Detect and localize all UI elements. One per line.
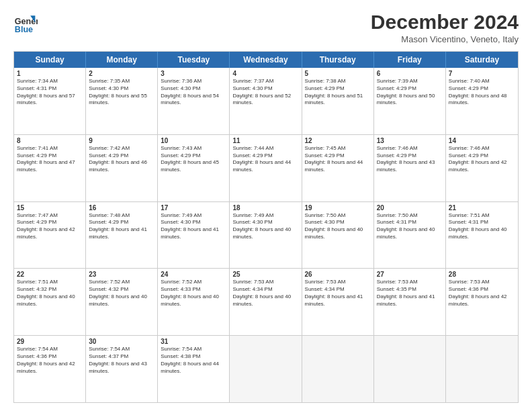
table-row: 30Sunrise: 7:54 AMSunset: 4:37 PMDayligh… [86, 336, 158, 402]
logo-icon: General Blue [13, 11, 38, 35]
day-info: Sunrise: 7:48 AMSunset: 4:29 PMDaylight:… [89, 212, 154, 241]
day-info: Sunrise: 7:50 AMSunset: 4:30 PMDaylight:… [305, 212, 371, 241]
day-number: 20 [377, 204, 443, 212]
day-number: 15 [17, 204, 83, 212]
day-number: 19 [305, 204, 371, 212]
day-info: Sunrise: 7:35 AMSunset: 4:30 PMDaylight:… [89, 78, 154, 107]
header: General Blue December 2024 Mason Vicenti… [13, 11, 519, 44]
table-row: 17Sunrise: 7:49 AMSunset: 4:30 PMDayligh… [158, 202, 230, 269]
table-row: 7Sunrise: 7:40 AMSunset: 4:29 PMDaylight… [446, 68, 518, 134]
table-row: 5Sunrise: 7:38 AMSunset: 4:29 PMDaylight… [302, 68, 374, 134]
table-row: 9Sunrise: 7:42 AMSunset: 4:29 PMDaylight… [86, 135, 158, 201]
day-info: Sunrise: 7:54 AMSunset: 4:37 PMDaylight:… [89, 346, 154, 375]
day-number: 8 [17, 137, 83, 144]
day-info: Sunrise: 7:39 AMSunset: 4:29 PMDaylight:… [377, 78, 443, 107]
table-row: 31Sunrise: 7:54 AMSunset: 4:38 PMDayligh… [158, 336, 230, 402]
day-info: Sunrise: 7:46 AMSunset: 4:29 PMDaylight:… [377, 145, 443, 174]
day-number: 18 [232, 204, 298, 212]
day-info: Sunrise: 7:52 AMSunset: 4:33 PMDaylight:… [161, 279, 226, 308]
day-header-wednesday: Wednesday [230, 52, 302, 68]
day-info: Sunrise: 7:53 AMSunset: 4:36 PMDaylight:… [449, 279, 515, 308]
day-info: Sunrise: 7:53 AMSunset: 4:35 PMDaylight:… [377, 279, 443, 308]
day-info: Sunrise: 7:52 AMSunset: 4:32 PMDaylight:… [89, 279, 154, 308]
day-number: 12 [305, 137, 371, 144]
svg-text:Blue: Blue [15, 25, 33, 34]
day-info: Sunrise: 7:46 AMSunset: 4:29 PMDaylight:… [449, 145, 515, 174]
day-header-friday: Friday [374, 52, 446, 68]
day-number: 6 [377, 70, 443, 77]
day-number: 25 [232, 271, 298, 278]
table-row: 13Sunrise: 7:46 AMSunset: 4:29 PMDayligh… [374, 135, 446, 201]
calendar-header: SundayMondayTuesdayWednesdayThursdayFrid… [14, 52, 518, 68]
day-header-tuesday: Tuesday [158, 52, 230, 68]
day-number: 2 [89, 70, 154, 77]
day-info: Sunrise: 7:50 AMSunset: 4:31 PMDaylight:… [377, 212, 443, 241]
day-info: Sunrise: 7:36 AMSunset: 4:30 PMDaylight:… [161, 78, 226, 107]
week-row-1: 1Sunrise: 7:34 AMSunset: 4:31 PMDaylight… [14, 68, 518, 135]
day-number: 28 [449, 271, 515, 278]
day-number: 17 [161, 204, 226, 212]
table-row: 4Sunrise: 7:37 AMSunset: 4:30 PMDaylight… [230, 68, 302, 134]
table-row: 18Sunrise: 7:49 AMSunset: 4:30 PMDayligh… [230, 202, 302, 269]
day-number: 21 [449, 204, 515, 212]
table-row: 8Sunrise: 7:41 AMSunset: 4:29 PMDaylight… [14, 135, 86, 201]
title-block: December 2024 Mason Vicentino, Veneto, I… [371, 11, 519, 44]
week-row-3: 15Sunrise: 7:47 AMSunset: 4:29 PMDayligh… [14, 202, 518, 269]
day-info: Sunrise: 7:43 AMSunset: 4:29 PMDaylight:… [161, 145, 226, 174]
day-number: 11 [232, 137, 298, 144]
day-info: Sunrise: 7:37 AMSunset: 4:30 PMDaylight:… [232, 78, 298, 107]
day-number: 22 [17, 271, 83, 278]
month-title: December 2024 [371, 11, 519, 33]
day-info: Sunrise: 7:40 AMSunset: 4:29 PMDaylight:… [449, 78, 515, 107]
day-number: 23 [89, 271, 154, 278]
week-row-5: 29Sunrise: 7:54 AMSunset: 4:36 PMDayligh… [14, 336, 518, 402]
table-row: 20Sunrise: 7:50 AMSunset: 4:31 PMDayligh… [374, 202, 446, 269]
table-row: 16Sunrise: 7:48 AMSunset: 4:29 PMDayligh… [86, 202, 158, 269]
table-row [230, 336, 302, 402]
calendar-body: 1Sunrise: 7:34 AMSunset: 4:31 PMDaylight… [14, 68, 518, 402]
location: Mason Vicentino, Veneto, Italy [371, 34, 519, 44]
day-info: Sunrise: 7:53 AMSunset: 4:34 PMDaylight:… [232, 279, 298, 308]
table-row: 22Sunrise: 7:51 AMSunset: 4:32 PMDayligh… [14, 269, 86, 335]
table-row: 12Sunrise: 7:45 AMSunset: 4:29 PMDayligh… [302, 135, 374, 201]
table-row: 10Sunrise: 7:43 AMSunset: 4:29 PMDayligh… [158, 135, 230, 201]
day-info: Sunrise: 7:42 AMSunset: 4:29 PMDaylight:… [89, 145, 154, 174]
day-number: 1 [17, 70, 83, 77]
day-number: 24 [161, 271, 226, 278]
day-info: Sunrise: 7:51 AMSunset: 4:31 PMDaylight:… [449, 212, 515, 241]
day-info: Sunrise: 7:41 AMSunset: 4:29 PMDaylight:… [17, 145, 83, 174]
day-number: 27 [377, 271, 443, 278]
day-info: Sunrise: 7:47 AMSunset: 4:29 PMDaylight:… [17, 212, 83, 241]
table-row [446, 336, 518, 402]
week-row-4: 22Sunrise: 7:51 AMSunset: 4:32 PMDayligh… [14, 269, 518, 336]
day-number: 16 [89, 204, 154, 212]
table-row: 27Sunrise: 7:53 AMSunset: 4:35 PMDayligh… [374, 269, 446, 335]
day-number: 3 [161, 70, 226, 77]
day-info: Sunrise: 7:44 AMSunset: 4:29 PMDaylight:… [232, 145, 298, 174]
table-row: 15Sunrise: 7:47 AMSunset: 4:29 PMDayligh… [14, 202, 86, 269]
day-number: 31 [161, 338, 226, 345]
day-header-sunday: Sunday [14, 52, 86, 68]
day-info: Sunrise: 7:34 AMSunset: 4:31 PMDaylight:… [17, 78, 83, 107]
day-info: Sunrise: 7:54 AMSunset: 4:36 PMDaylight:… [17, 346, 83, 375]
week-row-2: 8Sunrise: 7:41 AMSunset: 4:29 PMDaylight… [14, 135, 518, 202]
day-number: 26 [305, 271, 371, 278]
calendar: SundayMondayTuesdayWednesdayThursdayFrid… [13, 51, 519, 403]
day-info: Sunrise: 7:49 AMSunset: 4:30 PMDaylight:… [232, 212, 298, 241]
day-header-monday: Monday [86, 52, 158, 68]
table-row: 11Sunrise: 7:44 AMSunset: 4:29 PMDayligh… [230, 135, 302, 201]
day-number: 30 [89, 338, 154, 345]
table-row: 23Sunrise: 7:52 AMSunset: 4:32 PMDayligh… [86, 269, 158, 335]
day-info: Sunrise: 7:53 AMSunset: 4:34 PMDaylight:… [305, 279, 371, 308]
table-row: 26Sunrise: 7:53 AMSunset: 4:34 PMDayligh… [302, 269, 374, 335]
day-header-thursday: Thursday [302, 52, 374, 68]
table-row: 28Sunrise: 7:53 AMSunset: 4:36 PMDayligh… [446, 269, 518, 335]
day-info: Sunrise: 7:38 AMSunset: 4:29 PMDaylight:… [305, 78, 371, 107]
day-info: Sunrise: 7:49 AMSunset: 4:30 PMDaylight:… [161, 212, 226, 241]
day-info: Sunrise: 7:45 AMSunset: 4:29 PMDaylight:… [305, 145, 371, 174]
day-info: Sunrise: 7:54 AMSunset: 4:38 PMDaylight:… [161, 346, 226, 375]
day-number: 13 [377, 137, 443, 144]
table-row: 19Sunrise: 7:50 AMSunset: 4:30 PMDayligh… [302, 202, 374, 269]
table-row: 2Sunrise: 7:35 AMSunset: 4:30 PMDaylight… [86, 68, 158, 134]
day-number: 29 [17, 338, 83, 345]
